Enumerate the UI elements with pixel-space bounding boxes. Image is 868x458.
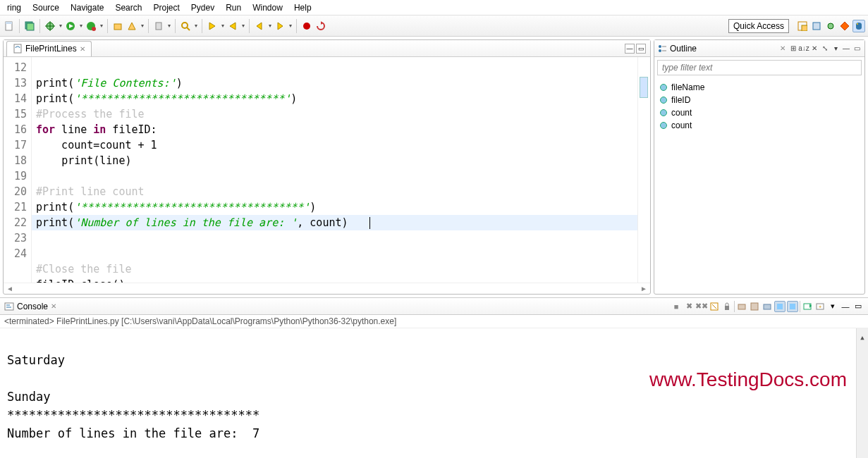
outline-filter-input[interactable] (658, 61, 861, 75)
menu-search[interactable]: Search (111, 1, 146, 14)
display-selected-icon[interactable] (749, 301, 760, 312)
minimize-icon[interactable]: — (841, 44, 851, 54)
scroll-up-icon[interactable]: ▲ (857, 328, 868, 340)
code-text[interactable]: print('File Contents:') print('*********… (32, 57, 637, 283)
prev-annotation-icon[interactable] (226, 20, 239, 32)
scroll-left-icon[interactable]: ◄ (5, 285, 15, 292)
line-number: 21 (5, 199, 27, 215)
dropdown-icon[interactable]: ▾ (78, 20, 83, 32)
perspective-switcher (790, 20, 865, 32)
menu-window[interactable]: Window (248, 1, 287, 14)
remove-all-icon[interactable]: ✖✖ (696, 301, 707, 312)
pydev-perspective-icon[interactable] (852, 20, 865, 32)
outline-filter (657, 60, 862, 75)
separator (202, 19, 202, 33)
outline-item-label: fileName (671, 82, 704, 92)
dropdown-icon[interactable]: ▾ (288, 20, 293, 32)
svg-rect-1 (6, 22, 12, 24)
line-number: 19 (5, 168, 27, 184)
minimize-view-icon[interactable]: — (625, 44, 635, 54)
back-icon[interactable] (253, 20, 266, 32)
line-number: 15 (5, 106, 27, 122)
outline-item-filename[interactable]: fileName (660, 81, 859, 94)
editor-tab-fileprintlines[interactable]: FilePrintLines ✕ (6, 41, 92, 56)
outline-item-fileid[interactable]: fileID (660, 94, 859, 106)
dropdown-icon[interactable]: ▾ (140, 20, 145, 32)
menu-help[interactable]: Help (290, 1, 316, 14)
new-icon[interactable] (3, 20, 16, 32)
run-icon[interactable] (64, 20, 77, 32)
new-package-icon[interactable] (111, 20, 124, 32)
collapse-all-icon[interactable]: ⤡ (820, 44, 830, 54)
code-area[interactable]: 12 13 14 15 16 17 18 19 20 21 22 23 24 p… (4, 57, 650, 283)
forward-icon[interactable] (274, 20, 286, 32)
horizontal-scrollbar[interactable]: ◄ ► (4, 283, 650, 294)
scroll-lock-icon[interactable] (721, 301, 733, 312)
overview-ruler[interactable] (637, 57, 650, 283)
next-annotation-icon[interactable] (206, 20, 219, 32)
terminate-icon[interactable]: ■ (671, 301, 682, 312)
menu-source[interactable]: Source (28, 1, 63, 14)
pin-console-icon[interactable] (762, 301, 773, 312)
cut-icon[interactable] (152, 20, 165, 32)
close-view-icon[interactable]: ✕ (51, 302, 56, 310)
search-icon[interactable] (179, 20, 192, 32)
show-console-icon[interactable] (736, 301, 747, 312)
dropdown-icon[interactable]: ▾ (267, 20, 272, 32)
svg-rect-42 (790, 304, 795, 309)
dropdown-icon[interactable]: ▾ (827, 301, 838, 312)
close-view-icon[interactable]: ✕ (780, 44, 786, 52)
maximize-icon[interactable]: ▭ (852, 44, 862, 54)
open-console-icon[interactable] (802, 301, 813, 312)
dropdown-icon[interactable]: ▾ (99, 20, 104, 32)
clear-console-icon[interactable] (709, 301, 720, 312)
refresh-icon[interactable] (314, 20, 327, 32)
show-on-error-icon[interactable] (787, 301, 798, 312)
quick-access-button[interactable]: Quick Access (728, 19, 789, 33)
resource-perspective-icon[interactable] (810, 20, 823, 32)
close-tab-icon[interactable]: ✕ (80, 45, 85, 53)
show-on-output-icon[interactable] (774, 301, 786, 312)
svg-marker-19 (278, 23, 283, 30)
outline-item-count-2[interactable]: count (660, 119, 859, 132)
dropdown-icon[interactable]: ▾ (58, 20, 63, 32)
dropdown-icon[interactable]: ▾ (240, 20, 245, 32)
save-all-icon[interactable] (23, 20, 36, 32)
vertical-scrollbar[interactable]: ▲ ▼ (856, 328, 868, 458)
view-menu-icon[interactable]: ▾ (831, 44, 841, 54)
debug-icon[interactable] (44, 20, 56, 32)
outline-item-count-1[interactable]: count (660, 106, 859, 119)
dropdown-icon[interactable]: ▾ (166, 20, 171, 32)
console-launch-label: <terminated> FilePrintLines.py [C:\Users… (0, 315, 868, 328)
debug-perspective-icon[interactable] (824, 20, 837, 32)
minimize-icon[interactable]: — (840, 301, 851, 312)
maximize-icon[interactable]: ▭ (852, 301, 864, 312)
menu-pydev[interactable]: Pydev (187, 1, 219, 14)
menu-project[interactable]: Project (149, 1, 183, 14)
line-number: 12 (5, 60, 27, 75)
outline-toolbar: ⊞ a↓z ✕ ⤡ ▾ — ▭ (788, 44, 862, 54)
focus-icon[interactable]: ⊞ (788, 44, 798, 54)
menu-navigate[interactable]: Navigate (66, 1, 108, 14)
new-console-icon[interactable]: + (814, 301, 826, 312)
svg-marker-12 (128, 23, 135, 30)
sort-icon[interactable]: a↓z (799, 44, 809, 54)
scroll-right-icon[interactable]: ► (639, 285, 649, 292)
menu-run[interactable]: Run (221, 1, 245, 14)
separator (19, 19, 20, 33)
open-perspective-icon[interactable] (796, 20, 809, 32)
hide-fields-icon[interactable]: ✕ (809, 44, 819, 54)
dropdown-icon[interactable]: ▾ (220, 20, 225, 32)
git-perspective-icon[interactable] (838, 20, 851, 32)
dropdown-icon[interactable]: ▾ (193, 20, 198, 32)
svg-rect-13 (156, 23, 161, 30)
remove-launch-icon[interactable]: ✖ (683, 301, 695, 312)
redhat-icon[interactable] (300, 20, 313, 32)
new-class-icon[interactable] (126, 20, 138, 32)
run-last-icon[interactable] (85, 20, 97, 32)
line-number: 18 (5, 153, 27, 168)
console-output[interactable]: Saturday Sunday ************************… (0, 328, 868, 458)
svg-rect-41 (777, 304, 783, 309)
menu-refactoring[interactable]: ring (3, 1, 25, 14)
maximize-view-icon[interactable]: ▭ (636, 44, 646, 54)
